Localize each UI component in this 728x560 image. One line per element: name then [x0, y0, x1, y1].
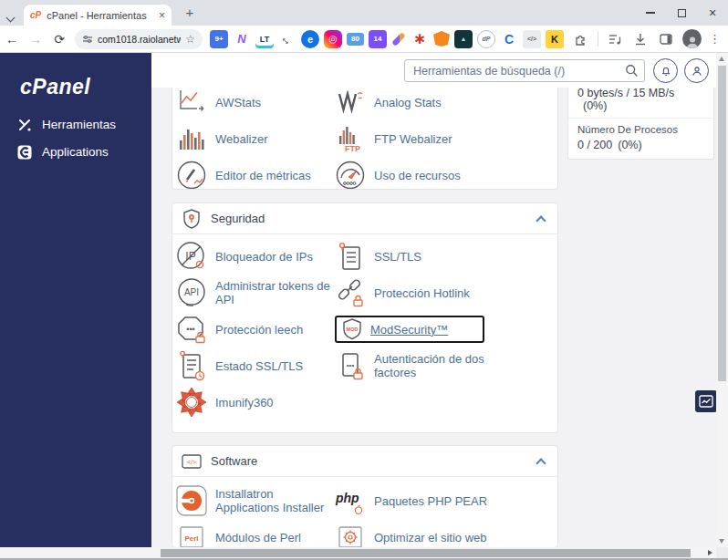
vertical-scrollbar[interactable]	[716, 53, 728, 547]
media-queue-icon[interactable]	[606, 30, 624, 48]
tool-item-webalizer[interactable]: Webalizer	[176, 120, 335, 157]
downloads-icon[interactable]	[631, 30, 650, 48]
browser-tab[interactable]: cP cPanel - Herramientas ×	[24, 5, 172, 26]
sidebar-item-label: Herramientas	[42, 118, 116, 131]
bookmark-star-icon[interactable]: ☆	[185, 33, 195, 46]
software-section-header[interactable]: </> Software	[172, 446, 557, 477]
tool-item-ip-blocker[interactable]: IP Bloqueador de IPs	[176, 238, 335, 275]
ssl-status-icon	[176, 350, 207, 381]
scroll-up-icon[interactable]	[719, 57, 724, 61]
tool-item-label: SSL/TLS	[374, 250, 421, 264]
search-input[interactable]	[404, 59, 645, 82]
extension-k-flag-icon[interactable]: K	[546, 30, 564, 48]
horizontal-scrollbar-thumb[interactable]	[161, 549, 691, 557]
tool-item-modsecurity-cell: MOD ModSecurity™	[335, 311, 558, 347]
stats-io-percent: (0%)	[577, 99, 704, 112]
imunify360-icon	[176, 387, 207, 418]
section-title: Seguridad	[211, 212, 528, 225]
horizontal-scrollbar[interactable]	[0, 547, 716, 558]
vertical-scrollbar-thumb[interactable]	[718, 66, 726, 381]
back-icon[interactable]: ←	[0, 32, 24, 47]
toolbar-right: ⋮	[572, 29, 728, 48]
extension-languagetool-icon[interactable]: LT	[255, 30, 274, 48]
address-bar[interactable]: com1018.raiolanetwo... ☆	[75, 29, 203, 49]
extension-tag-80-icon[interactable]: 80	[347, 33, 364, 46]
perl-modules-icon: Perl	[176, 522, 207, 548]
url-text[interactable]: com1018.raiolanetwo...	[98, 34, 181, 45]
minimize-button[interactable]	[635, 0, 666, 26]
security-section-header[interactable]: Seguridad	[172, 203, 557, 234]
stats-processes-percent: (0%)	[612, 139, 641, 151]
tool-item-modsecurity[interactable]: MOD ModSecurity™	[335, 316, 484, 343]
tool-item-resource-usage[interactable]: Uso de recursos	[335, 157, 558, 190]
svg-text:</>: </>	[187, 459, 196, 465]
tool-item-label: Autenticación de dos factores	[374, 352, 511, 379]
tool-item-optimize-website[interactable]: Optimizar el sitio web	[335, 519, 558, 548]
server-stats-panel: 0 bytes/s / 15 MB/s (0%) Número De Proce…	[567, 88, 714, 160]
extension-a-triangle-icon[interactable]: ▲	[454, 30, 473, 48]
tool-item-api-tokens[interactable]: API Administrar tokens de API	[176, 275, 335, 311]
cpanel-favicon-icon: cP	[30, 10, 41, 20]
side-panel-icon[interactable]	[657, 30, 675, 48]
profile-avatar[interactable]	[682, 29, 702, 48]
chevron-up-icon[interactable]	[536, 458, 546, 468]
tool-item-label: Bloqueador de IPs	[215, 250, 313, 264]
scroll-right-icon[interactable]	[708, 550, 712, 555]
tool-item-label: Administrar tokens de API	[215, 279, 335, 306]
new-tab-button[interactable]: +	[181, 4, 199, 22]
extension-badge-14-icon[interactable]: 14	[369, 30, 387, 48]
statistics-panel-toggle-button[interactable]	[695, 390, 717, 412]
scroll-down-icon[interactable]	[719, 539, 724, 544]
chevron-up-icon[interactable]	[536, 215, 546, 225]
tool-item-label: Protección leech	[215, 323, 303, 337]
user-account-button[interactable]	[684, 58, 709, 83]
site-settings-icon[interactable]	[82, 34, 93, 45]
forward-icon: →	[24, 32, 47, 47]
tool-item-metrics-editor[interactable]: Editor de métricas	[176, 157, 335, 190]
tool-item-ssl-status[interactable]: Estado SSL/TLS	[176, 347, 335, 384]
extension-fullscreen-icon[interactable]: ↔	[275, 26, 300, 51]
reload-icon[interactable]: ⟳	[47, 32, 71, 47]
stats-processes-label: Número De Procesos	[577, 124, 704, 135]
tab-strip: cP cPanel - Herramientas × + ×	[0, 0, 728, 26]
analog-stats-icon	[335, 87, 366, 118]
tool-item-label: Installatron Applications Installer	[215, 487, 335, 514]
tool-item-imunify360[interactable]: Imunify360	[176, 384, 335, 420]
sidebar-item-applications[interactable]: Applications	[16, 144, 109, 160]
tool-item-leech-protection[interactable]: ••• Protección leech	[176, 311, 335, 347]
maximize-button[interactable]	[666, 0, 697, 26]
tool-item-label: Imunify360	[215, 396, 274, 410]
sidebar-item-herramientas[interactable]: Herramientas	[16, 117, 116, 132]
tool-item-two-factor[interactable]: ••• Autenticación de dos factores	[335, 347, 558, 384]
extension-badge-9-plus-icon[interactable]: 9+	[210, 30, 228, 48]
menu-kebab-icon[interactable]: ⋮	[709, 32, 721, 46]
extensions-puzzle-icon[interactable]	[572, 30, 590, 48]
extension-c-logo-icon[interactable]: C	[500, 30, 518, 48]
search-icon[interactable]	[625, 64, 639, 78]
tool-item-hotlink-protection[interactable]: Protección Hotlink	[335, 275, 558, 311]
cpanel-page: cPanel Herramientas Applications	[0, 53, 728, 560]
close-button[interactable]: ×	[697, 0, 728, 26]
extension-dp-circle-icon[interactable]: dP	[477, 30, 495, 48]
extension-code-icon[interactable]: </>	[523, 30, 541, 48]
notifications-bell-button[interactable]	[653, 58, 678, 83]
tool-item-perl-modules[interactable]: Perl Módulos de Perl	[176, 519, 335, 548]
extension-e-circle-icon[interactable]: e	[301, 30, 319, 48]
extension-n-logo-icon[interactable]: N	[233, 30, 251, 48]
optimize-website-icon	[335, 522, 366, 548]
extension-pencil-icon[interactable]	[391, 32, 406, 47]
extension-metamask-icon[interactable]	[433, 31, 450, 47]
tab-close-icon[interactable]: ×	[159, 9, 165, 22]
tool-item-installatron[interactable]: Installatron Applications Installer	[176, 482, 335, 519]
extension-instagram-icon[interactable]: ◎	[324, 30, 342, 48]
tab-list-chevron-icon[interactable]	[7, 8, 16, 17]
stats-processes-row: Número De Procesos 0 / 200(0%)	[568, 119, 713, 159]
tool-item-awstats[interactable]: AWStats	[176, 84, 335, 120]
tool-item-php-pear[interactable]: php Paquetes PHP PEAR	[335, 482, 558, 519]
tool-item-ssl-tls[interactable]: SSL/TLS	[335, 238, 558, 275]
tool-item-analog-stats[interactable]: Analog Stats	[335, 84, 558, 120]
tool-item-ftp-webalizer[interactable]: FTP FTP Webalizer	[335, 120, 558, 157]
two-factor-icon: •••	[335, 350, 366, 381]
extension-asterisk-icon[interactable]: ∗	[411, 30, 429, 48]
tool-item-label: AWStats	[215, 96, 261, 109]
